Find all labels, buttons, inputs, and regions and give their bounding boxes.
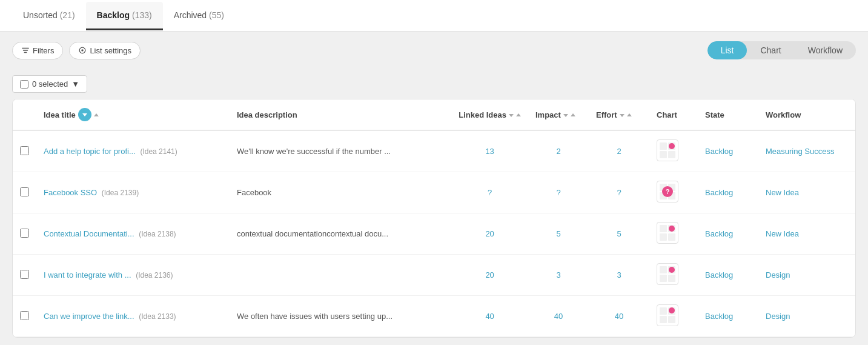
workflow-value[interactable]: New Idea — [766, 229, 799, 238]
tab-unsorted[interactable]: Unsorted (21) — [12, 2, 86, 30]
chart-thumbnail: ? — [657, 181, 678, 203]
filters-button[interactable]: Filters — [12, 42, 63, 59]
row-state-cell: Backlog — [698, 296, 758, 337]
impact-value: 5 — [556, 229, 560, 238]
row-chart-cell — [649, 213, 698, 255]
row-chart-cell — [649, 296, 698, 337]
linked-count: 13 — [485, 147, 494, 156]
view-chart-button[interactable]: Chart — [747, 41, 794, 59]
col-header-linked: Linked Ideas — [451, 99, 528, 130]
row-title-cell: Facebook SSO (Idea 2139) — [36, 172, 230, 213]
row-workflow-cell: Measuring Success — [758, 130, 855, 172]
linked-count: 20 — [485, 229, 494, 238]
row-checkbox-cell — [13, 296, 36, 337]
idea-title-link[interactable]: Can we improve the link... — [44, 312, 134, 321]
row-workflow-cell: Design — [758, 296, 855, 337]
row-workflow-cell: New Idea — [758, 213, 855, 255]
tab-archived[interactable]: Archived (55) — [163, 2, 235, 30]
svg-point-1 — [82, 49, 84, 52]
idea-title-link[interactable]: Add a help topic for profi... — [44, 147, 136, 156]
view-list-button[interactable]: List — [707, 41, 747, 59]
settings-icon — [78, 46, 87, 55]
chart-thumbnail — [657, 222, 678, 244]
idea-title-link[interactable]: Contextual Documentati... — [44, 229, 134, 238]
idea-title-link[interactable]: Facebook SSO — [44, 188, 97, 197]
toolbar: Filters List settings List Chart Workflo… — [0, 32, 868, 69]
chart-dot — [669, 307, 675, 313]
row-title-cell: I want to integrate with ... (Idea 2136) — [36, 255, 230, 296]
select-all-checkbox[interactable] — [20, 80, 28, 89]
tab-backlog[interactable]: Backlog (133) — [86, 2, 163, 30]
effort-value: 3 — [617, 270, 621, 280]
state-value[interactable]: Backlog — [705, 147, 733, 156]
view-workflow-button[interactable]: Workflow — [795, 41, 856, 59]
chart-question-dot: ? — [662, 186, 673, 197]
impact-value: 3 — [556, 270, 560, 280]
row-effort-cell: 3 — [589, 255, 649, 296]
workflow-value[interactable]: Design — [766, 270, 790, 280]
state-value[interactable]: Backlog — [705, 270, 733, 280]
idea-description: We'll know we're successful if the numbe… — [237, 147, 391, 156]
linked-sort-up-icon[interactable] — [516, 113, 521, 116]
row-checkbox[interactable] — [20, 311, 29, 320]
effort-sort-down-icon[interactable] — [620, 114, 624, 117]
row-state-cell: Backlog — [698, 255, 758, 296]
chevron-down-icon: ▼ — [71, 79, 79, 89]
workflow-value[interactable]: Measuring Success — [766, 147, 834, 156]
impact-value: ? — [556, 188, 560, 197]
row-impact-cell: 40 — [528, 296, 589, 337]
row-checkbox-cell — [13, 255, 36, 296]
effort-sort-up-icon[interactable] — [627, 113, 632, 116]
effort-value: ? — [617, 188, 621, 197]
row-effort-cell: 40 — [589, 296, 649, 337]
state-value[interactable]: Backlog — [705, 188, 733, 197]
view-toggle: List Chart Workflow — [707, 41, 856, 59]
chart-thumbnail — [657, 139, 678, 161]
impact-value: 2 — [556, 147, 560, 156]
row-workflow-cell: New Idea — [758, 172, 855, 213]
row-impact-cell: 3 — [528, 255, 589, 296]
row-linked-cell: 40 — [451, 296, 528, 337]
state-value[interactable]: Backlog — [705, 312, 733, 321]
row-state-cell: Backlog — [698, 172, 758, 213]
row-chart-cell — [649, 130, 698, 172]
col-header-chart: Chart — [649, 99, 698, 130]
row-checkbox[interactable] — [20, 229, 29, 238]
table-row: Contextual Documentati... (Idea 2138) co… — [13, 213, 855, 255]
selected-dropdown[interactable]: 0 selected ▼ — [12, 75, 87, 93]
workflow-value[interactable]: Design — [766, 312, 790, 321]
row-impact-cell: 5 — [528, 213, 589, 255]
row-effort-cell: 5 — [589, 213, 649, 255]
col-header-impact: Impact — [528, 99, 589, 130]
effort-value: 5 — [617, 229, 621, 238]
list-settings-button[interactable]: List settings — [69, 42, 141, 59]
row-chart-cell — [649, 255, 698, 296]
linked-sort-down-icon[interactable] — [509, 114, 514, 117]
row-state-cell: Backlog — [698, 130, 758, 172]
row-linked-cell: 20 — [451, 213, 528, 255]
row-description-cell: contextual documentationcontextual docu.… — [230, 213, 451, 255]
row-title-cell: Contextual Documentati... (Idea 2138) — [36, 213, 230, 255]
impact-sort-up-icon[interactable] — [571, 113, 575, 116]
select-row: 0 selected ▼ — [0, 69, 868, 99]
idea-id: (Idea 2139) — [102, 189, 139, 197]
workflow-value[interactable]: New Idea — [766, 188, 799, 197]
impact-sort-down-icon[interactable] — [563, 114, 568, 117]
idea-title-link[interactable]: I want to integrate with ... — [44, 270, 131, 280]
table-row: Facebook SSO (Idea 2139) Facebook ? ? ? … — [13, 172, 855, 213]
linked-count: 20 — [485, 270, 494, 280]
filter-icon — [21, 46, 30, 55]
row-checkbox[interactable] — [20, 146, 29, 155]
ideas-table-wrapper: Idea title Idea description Linked Ideas — [12, 99, 856, 338]
sort-up-icon[interactable] — [94, 113, 99, 116]
col-header-workflow: Workflow — [758, 99, 855, 130]
idea-id: (Idea 2136) — [136, 271, 173, 280]
sort-active-icon[interactable] — [78, 108, 91, 121]
chart-dot — [669, 226, 675, 232]
row-description-cell: Facebook — [230, 172, 451, 213]
row-linked-cell: 20 — [451, 255, 528, 296]
state-value[interactable]: Backlog — [705, 229, 733, 238]
row-checkbox[interactable] — [20, 270, 29, 279]
row-checkbox[interactable] — [20, 187, 29, 196]
effort-value: 2 — [617, 147, 621, 156]
